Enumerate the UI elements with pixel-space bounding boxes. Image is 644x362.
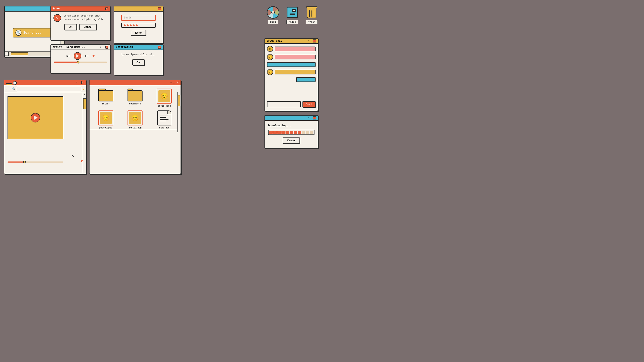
file-minimize-btn[interactable]: ○ xyxy=(170,81,172,84)
trash-label: Trash xyxy=(306,20,318,24)
avatar-2: 😊 xyxy=(267,54,273,60)
video-progress xyxy=(8,161,63,163)
documents-icon xyxy=(128,89,142,101)
music-close-btn[interactable]: ✕ xyxy=(106,46,108,49)
chat-maximize-btn[interactable]: _ xyxy=(310,40,312,42)
pw-dot-3 xyxy=(130,24,132,26)
music-maximize-btn[interactable]: _ xyxy=(102,46,104,48)
chat-msg-1: 😊 xyxy=(267,46,316,52)
search-bar[interactable]: 🔍 Search... xyxy=(13,28,56,37)
music-progress-bar[interactable] xyxy=(54,61,107,63)
trash-icon-item: Trash xyxy=(305,6,318,24)
file-item-photo1[interactable]: 😊 photo.jpeg xyxy=(151,89,177,107)
browser-minimize-btn[interactable]: ○ xyxy=(76,81,78,84)
search-btn[interactable]: 🔍 xyxy=(12,87,16,91)
music-player-window: Artist - Song Name... ○ _ ✕ ⏮ ⏭ ♥ xyxy=(50,44,110,73)
browser-tab[interactable] xyxy=(6,83,12,85)
browser-maximize-btn[interactable]: _ xyxy=(78,81,80,84)
photo-icon-1: 😊 xyxy=(157,89,172,104)
scroll-hthumb xyxy=(11,52,28,55)
forward-btn[interactable]: ⏭ xyxy=(85,54,89,58)
error-title: Error xyxy=(52,7,106,10)
chat-close-btn[interactable]: ✕ xyxy=(313,39,316,42)
scroll-htrack xyxy=(8,52,57,55)
file-item-photo3[interactable]: 😊 photo.jpeg xyxy=(122,110,148,129)
music-progress-fill xyxy=(54,61,78,63)
file-close-btn[interactable]: ✕ xyxy=(176,81,179,84)
file-scroll-right xyxy=(177,92,180,132)
chat-input-row: Send xyxy=(267,101,316,107)
login-close-btn[interactable]: ✕ xyxy=(158,7,161,10)
video-play-btn[interactable] xyxy=(31,113,40,122)
chat-bubble-1 xyxy=(275,46,316,51)
file-item-folder[interactable]: folder xyxy=(93,89,119,107)
chat-msg-2: 😊 xyxy=(267,54,316,60)
chat-body: 😊 😊 😊 Send xyxy=(265,44,318,109)
file-label-folder: folder xyxy=(102,103,110,105)
chat-minimize-btn[interactable]: ○ xyxy=(308,40,309,42)
login-input[interactable] xyxy=(121,15,156,21)
info-title: Information xyxy=(116,46,158,49)
file-item-documents[interactable]: documents xyxy=(122,89,148,107)
error-cancel-btn[interactable]: Cancel xyxy=(80,24,96,30)
chat-titlebar: Group chat ○ _ ✕ xyxy=(265,39,318,44)
browser-window: + ○ _ ✕ ← → 🔍 ★ ↖ ♥ xyxy=(4,80,86,174)
file-maximize-btn[interactable]: _ xyxy=(173,81,174,84)
cursor-pointer: ↖ xyxy=(72,152,74,158)
info-body: Lorem ipsum dolor sit. OK xyxy=(114,50,163,69)
favorite-icon[interactable]: ♥ xyxy=(92,54,95,58)
forward-btn[interactable]: → xyxy=(9,87,11,91)
cancel-download-btn[interactable]: Cancel xyxy=(283,137,300,143)
download-body: Downloading... Cancel xyxy=(265,121,318,147)
rewind-btn[interactable]: ⏮ xyxy=(66,54,70,58)
doc-icon xyxy=(157,110,171,125)
files-label: Files xyxy=(286,20,298,24)
error-icon: ✕ xyxy=(54,14,61,22)
error-close-btn[interactable]: ✕ xyxy=(106,7,108,10)
info-close-btn[interactable]: ✕ xyxy=(158,46,161,49)
chat-input[interactable] xyxy=(267,101,301,107)
back-btn[interactable]: ← xyxy=(6,87,8,91)
info-window: Information ✕ Lorem ipsum dolor sit. OK xyxy=(114,44,163,75)
dl-block-8 xyxy=(298,131,301,134)
bookmark-btn[interactable]: ★ xyxy=(83,87,84,91)
dl-maximize-btn[interactable]: _ xyxy=(310,117,312,119)
error-ok-btn[interactable]: OK xyxy=(64,24,77,30)
video-progress-thumb xyxy=(23,161,26,163)
video-progress-bar[interactable] xyxy=(8,161,63,163)
info-ok-btn[interactable]: OK xyxy=(132,59,145,65)
dl-minimize-btn[interactable]: ○ xyxy=(308,117,309,119)
enter-btn[interactable]: Enter xyxy=(131,30,146,36)
chat-msg-4: 😊 xyxy=(267,69,316,75)
dl-close-btn[interactable]: ✕ xyxy=(313,116,316,119)
browser-scroll-up[interactable]: ▲ xyxy=(84,93,85,95)
send-btn[interactable]: Send xyxy=(302,101,316,107)
dl-block-5 xyxy=(286,131,289,134)
browser-close-btn[interactable]: ✕ xyxy=(81,81,84,84)
desktop-icons: Disk Files Trash xyxy=(266,6,318,24)
dl-block-4 xyxy=(282,131,285,134)
file-item-doc[interactable]: name.doc xyxy=(151,110,177,129)
url-bar[interactable] xyxy=(17,87,81,91)
file-scroll-bottom xyxy=(90,129,177,132)
file-item-photo2[interactable]: 😊 photo.jpeg xyxy=(93,110,119,129)
scroll-left-btn[interactable]: ◀ xyxy=(5,52,8,56)
play-btn[interactable] xyxy=(74,52,81,60)
file-label-documents: documents xyxy=(129,103,141,105)
chat-bubble-3 xyxy=(267,62,316,67)
music-minimize-btn[interactable]: ○ xyxy=(100,46,102,48)
play-icon xyxy=(76,54,79,58)
chat-bubble-5 xyxy=(296,77,316,82)
dl-block-3 xyxy=(277,131,281,134)
smiley-icon-3: 😊 xyxy=(131,114,139,122)
login-window: ✕ Enter xyxy=(114,6,163,43)
music-progress-thumb xyxy=(77,61,80,63)
new-tab-btn[interactable]: + xyxy=(13,81,17,85)
browser-scroll: ▲ xyxy=(83,93,86,173)
error-content: ✕ Lorem ipsum dolor sit amet, consectetu… xyxy=(54,14,108,22)
login-titlebar: ✕ xyxy=(114,6,163,11)
browser-content: ↖ ♥ ▲ xyxy=(4,93,86,173)
browser-scroll-thumb xyxy=(83,98,86,109)
error-message: Lorem ipsum dolor sit amet, consectetuer… xyxy=(64,14,108,21)
pw-dot-1 xyxy=(124,24,126,26)
